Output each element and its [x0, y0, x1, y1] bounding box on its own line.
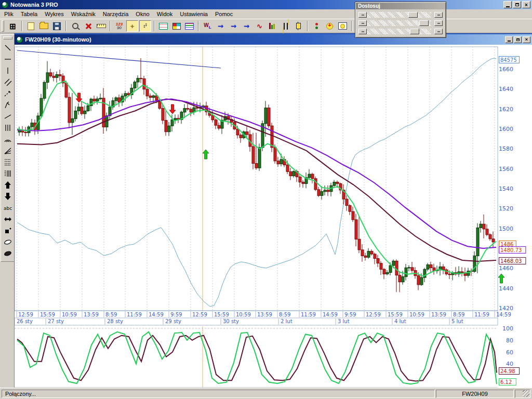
tool-fibonacci-time-zones[interactable] — [2, 168, 14, 179]
tool-fibonacci-retracement[interactable] — [2, 156, 14, 168]
time-axis-label: 15:59 — [214, 312, 229, 317]
tool-pitchfork[interactable] — [2, 99, 14, 111]
toolbar-list-table-button[interactable] — [183, 20, 195, 32]
menu-item-pomoc[interactable]: Pomoc — [212, 10, 237, 18]
menu-item-okno[interactable]: Okno — [132, 10, 153, 18]
time-axis-label: 11:59 — [474, 312, 489, 317]
tool-fibonacci-arcs[interactable] — [2, 134, 14, 145]
tool-horizontal-line[interactable] — [2, 54, 14, 65]
toolbar-ruler-button[interactable] — [95, 20, 107, 32]
time-axis-label: 12:59 — [18, 312, 33, 317]
tool-trend-line[interactable] — [2, 42, 14, 54]
time-axis-label: 10:59 — [409, 312, 424, 317]
toolbar-zigzag-2-button[interactable]: ⇝ — [228, 20, 240, 32]
menu-item-widok[interactable]: Widok — [154, 10, 177, 18]
toolbar-zoom-in-button[interactable] — [324, 20, 336, 32]
toolbar-zoom-button[interactable] — [69, 20, 81, 32]
tool-arrow-down[interactable] — [2, 191, 14, 202]
price-axis-label: 1660 — [499, 66, 513, 73]
toolbar-signals-button[interactable] — [311, 20, 323, 32]
tool-sloped-line[interactable] — [2, 111, 14, 122]
date-axis-label: 30 sty — [223, 318, 239, 324]
restore-button[interactable] — [513, 1, 521, 8]
price-axis-label: 1460 — [499, 265, 513, 272]
dostosuj-title[interactable]: Dostosuj — [356, 3, 445, 9]
slider-end-button[interactable] — [434, 29, 443, 34]
drawing-toolbar-grip[interactable] — [3, 36, 12, 39]
menu-item-narzedzia[interactable]: Narzędzia — [100, 10, 133, 18]
trend-line — [17, 50, 221, 68]
menu-item-wykres[interactable]: Wykres — [42, 10, 68, 18]
slider-thumb[interactable] — [419, 20, 429, 26]
price-axis-label: 1640 — [499, 86, 513, 92]
toolbar-ohlc-bars-button[interactable] — [280, 20, 291, 32]
tool-arrow-up[interactable] — [2, 179, 14, 191]
tool-eraser-filled[interactable] — [2, 248, 14, 259]
toolbar-snap-mode-button[interactable]: ⠞ — [139, 20, 151, 32]
oscillator-value-label-0: 24.98 — [500, 368, 515, 374]
toolbar-zigzag-1-button[interactable]: ⇝ — [215, 20, 227, 32]
status-extra — [515, 390, 530, 398]
chart-canvas[interactable]: 1660164016201600158015601540152015001460… — [0, 0, 532, 399]
price-axis-label: 1620 — [499, 106, 513, 113]
slider-end-button[interactable] — [434, 12, 443, 18]
tool-width-arrow[interactable] — [2, 214, 14, 225]
up-signal-arrow — [203, 150, 209, 159]
toolbar-wl-indicator-button[interactable]: WL — [202, 20, 214, 32]
tool-eraser[interactable] — [2, 236, 14, 248]
slider-track[interactable] — [367, 12, 431, 18]
toolbar-crosshair-mode-button[interactable]: + — [126, 20, 138, 32]
dostosuj-palette[interactable]: Dostosuj — [355, 2, 446, 38]
tool-vertical-lines[interactable] — [2, 122, 14, 134]
time-axis-label: 8:59 — [105, 312, 117, 317]
menu-item-ustawienia[interactable]: Ustawienia — [177, 10, 212, 18]
time-axis-label: 13:59 — [257, 312, 272, 317]
tool-text[interactable]: abc — [2, 202, 14, 214]
date-axis-label: 4 lut — [394, 318, 406, 324]
price-value-label-3: 1468.03 — [500, 258, 522, 264]
toolbar-zigzag-3-button[interactable]: ⇝ — [241, 20, 252, 32]
minimize-button[interactable] — [503, 1, 512, 8]
slider-left-button[interactable] — [358, 20, 367, 26]
toolbar-save-button[interactable] — [51, 20, 63, 32]
toolbar-chart-zoom-button[interactable] — [337, 20, 349, 32]
status-symbol: FW20H09 — [436, 390, 514, 398]
resize-grip[interactable] — [523, 390, 529, 397]
tool-vertical-line[interactable] — [2, 65, 14, 76]
tool-parallel-lines[interactable] — [2, 76, 14, 88]
dostosuj-slider-row-1 — [358, 12, 443, 18]
close-button[interactable]: × — [522, 1, 530, 8]
date-axis-label: 29 sty — [165, 318, 181, 324]
toolbar-line-chart-button[interactable]: ∿ — [254, 20, 265, 32]
slider-track[interactable] — [367, 20, 431, 26]
toolbar-volume-bars-button[interactable] — [267, 20, 278, 32]
toolbar-new-file-button[interactable] — [25, 20, 37, 32]
slider-thumb[interactable] — [410, 29, 419, 34]
date-axis-label: 5 lut — [451, 318, 463, 324]
title-bar[interactable]: Notowania 3 PRO × — [0, 0, 532, 9]
slider-left-button[interactable] — [358, 12, 367, 18]
menu-item-tabela[interactable]: Tabela — [18, 10, 42, 18]
slider-thumb[interactable] — [408, 12, 418, 18]
menu-item-wskaznik[interactable]: Wskaźnik — [68, 10, 100, 18]
tool-pointer[interactable] — [2, 225, 14, 236]
toolbar-candlestick-chart-button[interactable] — [292, 20, 304, 32]
slider-end-button[interactable] — [434, 20, 443, 26]
app-icon — [2, 2, 8, 8]
toolbar-open-file-button[interactable] — [38, 20, 50, 32]
slider-track[interactable] — [367, 29, 431, 34]
toolbar-delete-button[interactable] — [82, 20, 94, 32]
tool-trend-ray[interactable] — [2, 88, 14, 99]
toolbar-quote-table-button[interactable] — [157, 20, 169, 32]
toolbar-heatmap-table-button[interactable] — [170, 20, 182, 32]
down-signal-arrow — [169, 104, 176, 114]
oscillator-axis-label: 100 — [502, 325, 513, 332]
toolbar-grip[interactable] — [2, 20, 4, 32]
up-signal-arrow — [498, 274, 504, 283]
tool-gann-fan[interactable] — [2, 145, 14, 156]
slider-left-button[interactable] — [358, 29, 367, 34]
toolbar-window-tiles-button[interactable]: ⊞ — [7, 20, 19, 32]
menu-item-plik[interactable]: Plik — [1, 10, 18, 18]
toolbar-numbers-button[interactable]: 12390 — [113, 20, 125, 32]
toolbar-separator — [65, 21, 66, 31]
